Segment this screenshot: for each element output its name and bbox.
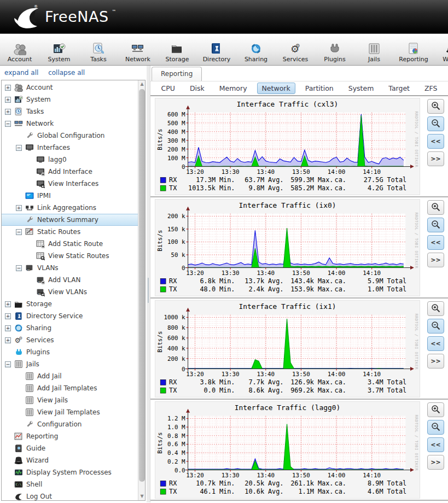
sidebar-item-services[interactable]: +⚙⚙Services	[2, 334, 138, 346]
sidebar-item-add-interface[interactable]: Add Interface	[2, 166, 138, 178]
expand-toggle-icon[interactable]: +	[5, 301, 11, 307]
sidebar-item-ipmi[interactable]: IPMI	[2, 190, 138, 202]
zoom-out-button[interactable]	[427, 319, 444, 334]
sidebar-item-add-static-route[interactable]: Add Static Route	[2, 238, 138, 250]
sidebar-item-interfaces[interactable]: −Interfaces	[2, 142, 138, 154]
zoom-out-button[interactable]	[427, 420, 444, 435]
toolbar-item-storage[interactable]: Storage	[158, 34, 197, 65]
subtab-target[interactable]: Target	[383, 83, 415, 94]
sidebar-item-guide[interactable]: Guide	[2, 442, 138, 454]
zoom-out-button[interactable]	[427, 116, 444, 131]
pan-right-button[interactable]: >>	[427, 455, 444, 470]
svg-text:14:00: 14:00	[328, 168, 346, 176]
services-icon: ⚙⚙	[14, 336, 23, 344]
expand-toggle-icon[interactable]: +	[5, 97, 11, 103]
expand-toggle-icon[interactable]: +	[5, 325, 11, 331]
sidebar-item-account[interactable]: +Account	[2, 81, 138, 93]
zoom-out-button[interactable]	[427, 218, 444, 232]
subtab-partition[interactable]: Partition	[300, 83, 339, 94]
toolbar-item-wizard[interactable]: Wizard	[433, 34, 448, 65]
tab-reporting[interactable]: Reporting	[152, 67, 202, 81]
svg-text:14:10: 14:10	[363, 270, 381, 277]
sidebar-item-shell[interactable]: C:\Shell	[2, 478, 138, 490]
sidebar-item-network-summary[interactable]: Network Summary	[2, 214, 138, 226]
zoom-in-button[interactable]	[427, 200, 444, 215]
sidebar-item-global-configuration[interactable]: Global Configuration	[2, 130, 138, 142]
sidebar-item-directory-service[interactable]: +Directory Service	[2, 310, 138, 322]
sidebar-item-storage[interactable]: +Storage	[2, 298, 138, 310]
zoom-in-button[interactable]	[427, 301, 444, 316]
toolbar-item-label: Reporting	[399, 56, 428, 63]
zoom-in-button[interactable]	[427, 99, 444, 114]
sidebar-item-display-system-processes[interactable]: Display System Processes	[2, 466, 138, 478]
scrollbar-thumb[interactable]	[139, 89, 145, 482]
sidebar-item-system[interactable]: +System	[2, 93, 138, 106]
pan-left-button[interactable]: <<	[427, 336, 444, 351]
sidebar-item-add-vlan[interactable]: VLAdd VLAN	[2, 274, 138, 286]
toolbar-item-system[interactable]: System	[39, 34, 79, 65]
sidebar-item-sharing[interactable]: +Sharing	[2, 322, 138, 334]
scroll-down-icon[interactable]: ▼	[138, 493, 146, 500]
sidebar-item-view-interfaces[interactable]: View Interfaces	[2, 178, 138, 190]
collapse-toggle-icon[interactable]: −	[16, 229, 22, 235]
toolbar-item-sharing[interactable]: Sharing	[236, 34, 276, 65]
svg-text:Avg.: Avg.	[268, 277, 284, 285]
toolbar-item-services[interactable]: ⚙⚙Services	[276, 34, 315, 65]
sidebar-item-lagg0[interactable]: lagg0	[2, 154, 138, 166]
toolbar-item-network[interactable]: Network	[118, 34, 158, 65]
sidebar-item-add-jail[interactable]: Add Jail	[2, 370, 138, 382]
sidebar-item-jails[interactable]: −Jails	[2, 358, 138, 370]
subtab-memory[interactable]: Memory	[214, 83, 252, 94]
sidebar-item-network[interactable]: −Network	[2, 118, 138, 130]
collapse-all-link[interactable]: collapse all	[48, 69, 85, 77]
sidebar-item-vlans[interactable]: −VLVLANs	[2, 262, 138, 274]
sidebar-item-reporting[interactable]: Reporting	[2, 430, 138, 442]
pane-splitter[interactable]	[147, 66, 150, 502]
sidebar-item-add-jail-templates[interactable]: Add Jail Templates	[2, 382, 138, 394]
sidebar-item-view-jail-templates[interactable]: View Jail Templates	[2, 406, 138, 418]
subtab-network[interactable]: Network	[257, 83, 295, 94]
svg-text:Min.: Min.	[219, 176, 235, 184]
expand-toggle-icon[interactable]: +	[5, 313, 11, 319]
subtab-disk[interactable]: Disk	[185, 83, 210, 94]
expand-toggle-icon[interactable]: +	[5, 85, 11, 91]
scroll-up-icon[interactable]: ▲	[138, 80, 146, 88]
toolbar-item-reporting[interactable]: Reporting	[394, 34, 433, 65]
pan-right-button[interactable]: >>	[427, 354, 444, 369]
expand-toggle-icon[interactable]: +	[5, 337, 11, 343]
toolbar-item-directory[interactable]: Directory	[197, 34, 236, 65]
pan-left-button[interactable]: <<	[427, 134, 444, 149]
collapse-toggle-icon[interactable]: −	[16, 265, 22, 271]
sidebar-item-tasks[interactable]: +Tasks	[2, 106, 138, 118]
collapse-toggle-icon[interactable]: −	[16, 145, 22, 151]
subtab-cpu[interactable]: CPU	[156, 83, 179, 94]
expand-toggle-icon[interactable]: +	[16, 205, 22, 211]
sidebar-item-wizard[interactable]: Wizard	[2, 454, 138, 466]
sidebar-item-log-out[interactable]: Log Out	[2, 490, 138, 501]
sidebar-item-plugins[interactable]: Plugins	[2, 346, 138, 358]
pan-left-button[interactable]: <<	[427, 437, 444, 452]
zoom-in-button[interactable]	[427, 402, 444, 417]
subtab-system[interactable]: System	[344, 83, 379, 94]
pan-right-button[interactable]: >>	[427, 253, 444, 267]
nav-tree: +Account+System+Tasks−NetworkGlobal Conf…	[2, 81, 138, 501]
pan-left-button[interactable]: <<	[427, 235, 444, 250]
toolbar-item-account[interactable]: Account	[0, 34, 39, 65]
toolbar-item-tasks[interactable]: Tasks	[79, 34, 118, 65]
sidebar-item-configuration[interactable]: Configuration	[2, 418, 138, 430]
collapse-toggle-icon[interactable]: −	[5, 361, 11, 367]
sidebar-item-static-routes[interactable]: −Static Routes	[2, 226, 138, 238]
pan-right-button[interactable]: >>	[427, 151, 444, 166]
expand-all-link[interactable]: expand all	[4, 69, 38, 77]
toolbar-item-jails[interactable]: Jails	[354, 34, 394, 65]
sidebar-item-view-static-routes[interactable]: View Static Routes	[2, 250, 138, 262]
sidebar-item-view-vlans[interactable]: VLView VLANs	[2, 286, 138, 298]
toolbar-item-plugins[interactable]: Plugins	[315, 34, 354, 65]
svg-text:8.9M: 8.9M	[368, 479, 383, 487]
sidebar-item-link-aggregations[interactable]: +Link Aggregations	[2, 202, 138, 214]
subtab-zfs[interactable]: ZFS	[420, 83, 442, 94]
sidebar-item-view-jails[interactable]: View Jails	[2, 394, 138, 406]
expand-toggle-icon[interactable]: +	[5, 109, 11, 115]
collapse-toggle-icon[interactable]: −	[5, 121, 11, 127]
tree-scrollbar[interactable]: ▲ ▼	[138, 80, 145, 500]
